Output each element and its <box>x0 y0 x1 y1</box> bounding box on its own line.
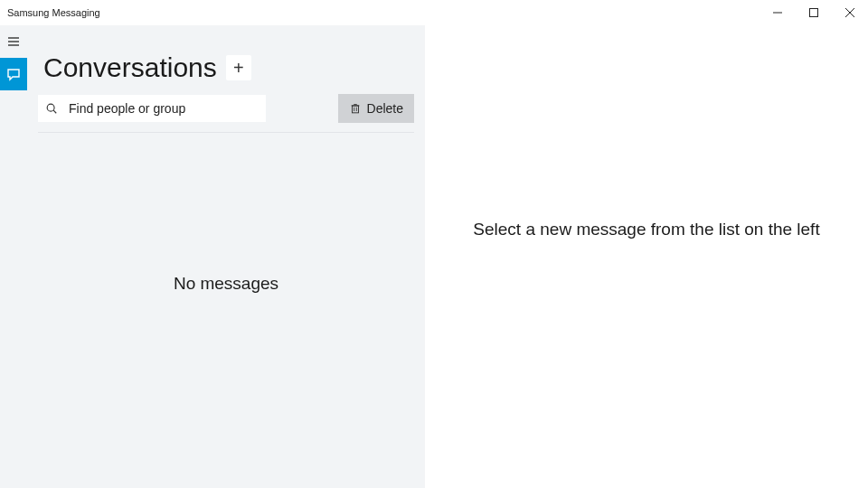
trash-icon <box>349 102 362 115</box>
conversations-nav-button[interactable] <box>0 58 27 90</box>
chat-icon <box>6 67 21 81</box>
conversations-empty-state: No messages <box>38 133 414 488</box>
minimize-button[interactable] <box>760 0 796 25</box>
svg-rect-1 <box>810 9 818 17</box>
search-icon <box>45 102 58 115</box>
svg-line-8 <box>53 110 56 113</box>
app-body: Conversations + <box>0 25 868 488</box>
search-box[interactable] <box>38 95 266 122</box>
conversations-header: Conversations + <box>38 33 414 94</box>
search-input[interactable] <box>69 101 259 116</box>
hamburger-menu-button[interactable] <box>0 25 27 58</box>
svg-point-7 <box>47 104 54 111</box>
conversations-empty-text: No messages <box>174 274 278 294</box>
message-detail-pane: Select a new message from the list on th… <box>425 25 868 488</box>
hamburger-icon <box>6 34 21 49</box>
new-conversation-button[interactable]: + <box>226 55 251 80</box>
minimize-icon <box>773 8 782 17</box>
close-button[interactable] <box>832 0 868 25</box>
detail-empty-text: Select a new message from the list on th… <box>473 220 819 239</box>
maximize-button[interactable] <box>796 0 832 25</box>
app-title: Samsung Messaging <box>7 7 100 18</box>
conversations-toolbar: Delete <box>38 94 414 133</box>
delete-button[interactable]: Delete <box>338 94 414 123</box>
nav-rail <box>0 25 27 488</box>
titlebar: Samsung Messaging <box>0 0 868 25</box>
maximize-icon <box>809 8 818 17</box>
plus-icon: + <box>233 58 244 79</box>
delete-label: Delete <box>367 101 403 116</box>
conversations-title: Conversations <box>43 52 217 83</box>
window-controls <box>760 0 868 25</box>
close-icon <box>845 8 854 17</box>
conversations-pane: Conversations + <box>27 25 425 488</box>
svg-rect-9 <box>352 106 358 113</box>
